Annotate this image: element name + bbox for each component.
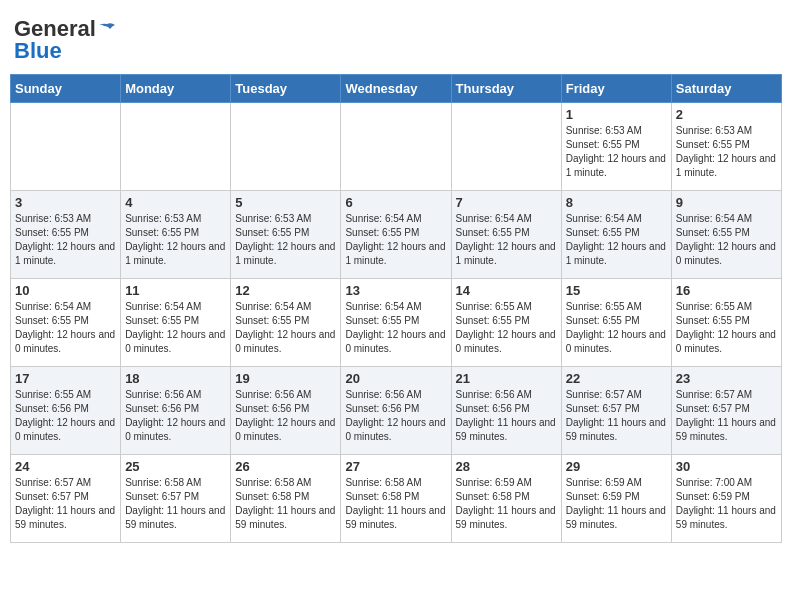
day-number: 25 (125, 459, 226, 474)
day-info: Sunrise: 6:54 AM Sunset: 6:55 PM Dayligh… (15, 300, 116, 356)
day-info: Sunrise: 6:58 AM Sunset: 6:58 PM Dayligh… (345, 476, 446, 532)
day-number: 8 (566, 195, 667, 210)
day-info: Sunrise: 6:53 AM Sunset: 6:55 PM Dayligh… (15, 212, 116, 268)
calendar-cell: 14Sunrise: 6:55 AM Sunset: 6:55 PM Dayli… (451, 279, 561, 367)
calendar-cell: 12Sunrise: 6:54 AM Sunset: 6:55 PM Dayli… (231, 279, 341, 367)
day-number: 6 (345, 195, 446, 210)
calendar-table: SundayMondayTuesdayWednesdayThursdayFrid… (10, 74, 782, 543)
calendar-cell: 17Sunrise: 6:55 AM Sunset: 6:56 PM Dayli… (11, 367, 121, 455)
calendar-cell: 11Sunrise: 6:54 AM Sunset: 6:55 PM Dayli… (121, 279, 231, 367)
day-info: Sunrise: 6:55 AM Sunset: 6:55 PM Dayligh… (566, 300, 667, 356)
weekday-header-monday: Monday (121, 75, 231, 103)
logo-blue: Blue (14, 40, 62, 62)
calendar-cell (451, 103, 561, 191)
calendar-cell: 23Sunrise: 6:57 AM Sunset: 6:57 PM Dayli… (671, 367, 781, 455)
day-number: 24 (15, 459, 116, 474)
day-info: Sunrise: 6:56 AM Sunset: 6:56 PM Dayligh… (456, 388, 557, 444)
calendar-cell: 8Sunrise: 6:54 AM Sunset: 6:55 PM Daylig… (561, 191, 671, 279)
calendar-cell: 25Sunrise: 6:58 AM Sunset: 6:57 PM Dayli… (121, 455, 231, 543)
day-number: 7 (456, 195, 557, 210)
day-number: 17 (15, 371, 116, 386)
calendar-cell: 1Sunrise: 6:53 AM Sunset: 6:55 PM Daylig… (561, 103, 671, 191)
day-info: Sunrise: 6:54 AM Sunset: 6:55 PM Dayligh… (345, 212, 446, 268)
calendar-cell (121, 103, 231, 191)
day-number: 22 (566, 371, 667, 386)
calendar-cell: 22Sunrise: 6:57 AM Sunset: 6:57 PM Dayli… (561, 367, 671, 455)
day-info: Sunrise: 6:59 AM Sunset: 6:58 PM Dayligh… (456, 476, 557, 532)
day-info: Sunrise: 6:54 AM Sunset: 6:55 PM Dayligh… (125, 300, 226, 356)
day-info: Sunrise: 6:54 AM Sunset: 6:55 PM Dayligh… (235, 300, 336, 356)
calendar-cell: 9Sunrise: 6:54 AM Sunset: 6:55 PM Daylig… (671, 191, 781, 279)
day-number: 18 (125, 371, 226, 386)
day-number: 13 (345, 283, 446, 298)
calendar-cell (11, 103, 121, 191)
calendar-week-3: 10Sunrise: 6:54 AM Sunset: 6:55 PM Dayli… (11, 279, 782, 367)
day-info: Sunrise: 7:00 AM Sunset: 6:59 PM Dayligh… (676, 476, 777, 532)
calendar-cell: 4Sunrise: 6:53 AM Sunset: 6:55 PM Daylig… (121, 191, 231, 279)
calendar-week-5: 24Sunrise: 6:57 AM Sunset: 6:57 PM Dayli… (11, 455, 782, 543)
day-info: Sunrise: 6:57 AM Sunset: 6:57 PM Dayligh… (566, 388, 667, 444)
day-number: 10 (15, 283, 116, 298)
day-info: Sunrise: 6:55 AM Sunset: 6:55 PM Dayligh… (676, 300, 777, 356)
calendar-cell (231, 103, 341, 191)
calendar-cell: 7Sunrise: 6:54 AM Sunset: 6:55 PM Daylig… (451, 191, 561, 279)
day-number: 9 (676, 195, 777, 210)
calendar-cell (341, 103, 451, 191)
calendar-week-1: 1Sunrise: 6:53 AM Sunset: 6:55 PM Daylig… (11, 103, 782, 191)
day-number: 12 (235, 283, 336, 298)
calendar-cell: 3Sunrise: 6:53 AM Sunset: 6:55 PM Daylig… (11, 191, 121, 279)
logo: General Blue (14, 18, 116, 62)
day-info: Sunrise: 6:54 AM Sunset: 6:55 PM Dayligh… (676, 212, 777, 268)
day-number: 27 (345, 459, 446, 474)
day-number: 2 (676, 107, 777, 122)
day-info: Sunrise: 6:54 AM Sunset: 6:55 PM Dayligh… (456, 212, 557, 268)
weekday-header-wednesday: Wednesday (341, 75, 451, 103)
day-info: Sunrise: 6:54 AM Sunset: 6:55 PM Dayligh… (566, 212, 667, 268)
calendar-cell: 21Sunrise: 6:56 AM Sunset: 6:56 PM Dayli… (451, 367, 561, 455)
weekday-header-thursday: Thursday (451, 75, 561, 103)
day-number: 14 (456, 283, 557, 298)
logo-general: General (14, 18, 116, 40)
day-info: Sunrise: 6:57 AM Sunset: 6:57 PM Dayligh… (15, 476, 116, 532)
day-number: 19 (235, 371, 336, 386)
weekday-header-friday: Friday (561, 75, 671, 103)
calendar-cell: 19Sunrise: 6:56 AM Sunset: 6:56 PM Dayli… (231, 367, 341, 455)
weekday-header-row: SundayMondayTuesdayWednesdayThursdayFrid… (11, 75, 782, 103)
day-info: Sunrise: 6:55 AM Sunset: 6:56 PM Dayligh… (15, 388, 116, 444)
day-info: Sunrise: 6:55 AM Sunset: 6:55 PM Dayligh… (456, 300, 557, 356)
calendar-cell: 24Sunrise: 6:57 AM Sunset: 6:57 PM Dayli… (11, 455, 121, 543)
calendar-cell: 30Sunrise: 7:00 AM Sunset: 6:59 PM Dayli… (671, 455, 781, 543)
day-number: 5 (235, 195, 336, 210)
day-number: 16 (676, 283, 777, 298)
weekday-header-saturday: Saturday (671, 75, 781, 103)
day-number: 3 (15, 195, 116, 210)
day-info: Sunrise: 6:53 AM Sunset: 6:55 PM Dayligh… (125, 212, 226, 268)
calendar-cell: 15Sunrise: 6:55 AM Sunset: 6:55 PM Dayli… (561, 279, 671, 367)
calendar-cell: 28Sunrise: 6:59 AM Sunset: 6:58 PM Dayli… (451, 455, 561, 543)
calendar-cell: 18Sunrise: 6:56 AM Sunset: 6:56 PM Dayli… (121, 367, 231, 455)
calendar-cell: 13Sunrise: 6:54 AM Sunset: 6:55 PM Dayli… (341, 279, 451, 367)
day-number: 1 (566, 107, 667, 122)
day-info: Sunrise: 6:59 AM Sunset: 6:59 PM Dayligh… (566, 476, 667, 532)
day-info: Sunrise: 6:53 AM Sunset: 6:55 PM Dayligh… (676, 124, 777, 180)
day-number: 29 (566, 459, 667, 474)
calendar-cell: 27Sunrise: 6:58 AM Sunset: 6:58 PM Dayli… (341, 455, 451, 543)
calendar-cell: 26Sunrise: 6:58 AM Sunset: 6:58 PM Dayli… (231, 455, 341, 543)
weekday-header-sunday: Sunday (11, 75, 121, 103)
weekday-header-tuesday: Tuesday (231, 75, 341, 103)
day-number: 23 (676, 371, 777, 386)
page-header: General Blue (10, 10, 782, 66)
calendar-week-2: 3Sunrise: 6:53 AM Sunset: 6:55 PM Daylig… (11, 191, 782, 279)
day-number: 11 (125, 283, 226, 298)
calendar-week-4: 17Sunrise: 6:55 AM Sunset: 6:56 PM Dayli… (11, 367, 782, 455)
day-info: Sunrise: 6:58 AM Sunset: 6:57 PM Dayligh… (125, 476, 226, 532)
day-number: 4 (125, 195, 226, 210)
day-info: Sunrise: 6:53 AM Sunset: 6:55 PM Dayligh… (235, 212, 336, 268)
day-number: 15 (566, 283, 667, 298)
day-number: 30 (676, 459, 777, 474)
day-info: Sunrise: 6:57 AM Sunset: 6:57 PM Dayligh… (676, 388, 777, 444)
calendar-cell: 10Sunrise: 6:54 AM Sunset: 6:55 PM Dayli… (11, 279, 121, 367)
day-info: Sunrise: 6:58 AM Sunset: 6:58 PM Dayligh… (235, 476, 336, 532)
calendar-cell: 20Sunrise: 6:56 AM Sunset: 6:56 PM Dayli… (341, 367, 451, 455)
day-number: 21 (456, 371, 557, 386)
